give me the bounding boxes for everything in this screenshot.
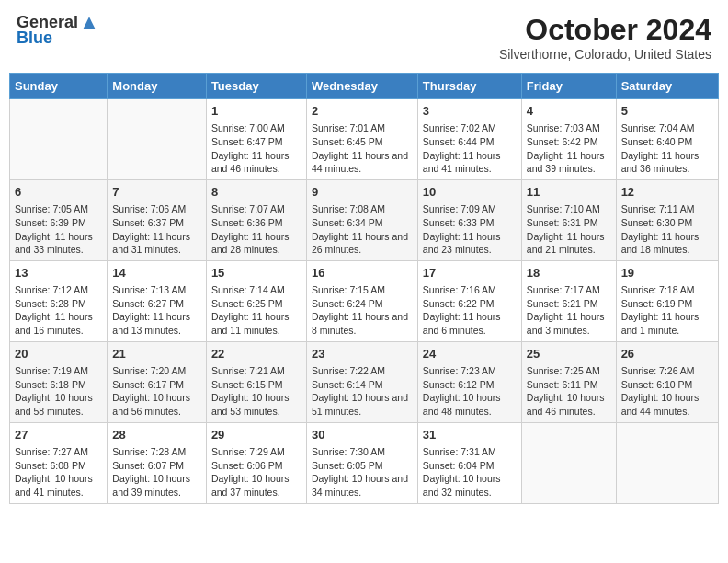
day-info: Sunrise: 7:21 AM	[211, 364, 301, 378]
day-number: 30	[312, 427, 413, 443]
calendar-cell: 11Sunrise: 7:10 AMSunset: 6:31 PMDayligh…	[521, 179, 616, 260]
calendar-cell	[521, 422, 616, 503]
day-info: Daylight: 11 hours and 21 minutes.	[527, 230, 611, 257]
day-info: Daylight: 11 hours and 39 minutes.	[527, 149, 611, 176]
day-info: Daylight: 11 hours and 36 minutes.	[621, 149, 713, 176]
day-info: Sunrise: 7:13 AM	[112, 283, 201, 297]
day-info: Daylight: 11 hours and 23 minutes.	[423, 230, 517, 257]
day-info: Sunrise: 7:11 AM	[621, 202, 713, 216]
day-info: Sunrise: 7:12 AM	[15, 283, 102, 297]
day-info: Daylight: 10 hours and 46 minutes.	[527, 391, 611, 418]
calendar-cell: 28Sunrise: 7:28 AMSunset: 6:07 PMDayligh…	[108, 422, 207, 503]
calendar-cell: 23Sunrise: 7:22 AMSunset: 6:14 PMDayligh…	[306, 341, 417, 422]
day-info: Sunrise: 7:22 AM	[312, 364, 413, 378]
day-info: Sunrise: 7:03 AM	[527, 121, 611, 135]
calendar-cell: 27Sunrise: 7:27 AMSunset: 6:08 PMDayligh…	[10, 422, 108, 503]
day-info: Sunrise: 7:25 AM	[527, 364, 611, 378]
day-number: 13	[15, 265, 102, 282]
day-info: Sunrise: 7:16 AM	[423, 283, 517, 297]
day-info: Daylight: 10 hours and 53 minutes.	[211, 391, 301, 418]
day-number: 28	[112, 427, 201, 443]
day-info: Sunset: 6:24 PM	[312, 297, 413, 311]
calendar-cell: 26Sunrise: 7:26 AMSunset: 6:10 PMDayligh…	[616, 341, 718, 422]
day-info: Sunrise: 7:05 AM	[15, 202, 102, 216]
day-info: Daylight: 11 hours and 1 minute.	[621, 310, 713, 337]
dow-header: Friday	[521, 74, 616, 99]
day-info: Sunset: 6:04 PM	[423, 459, 517, 473]
day-info: Daylight: 11 hours and 16 minutes.	[15, 310, 102, 337]
calendar-table: SundayMondayTuesdayWednesdayThursdayFrid…	[9, 73, 719, 504]
calendar-cell: 4Sunrise: 7:03 AMSunset: 6:42 PMDaylight…	[521, 99, 616, 180]
day-info: Sunset: 6:28 PM	[15, 297, 102, 311]
day-info: Sunset: 6:40 PM	[621, 135, 713, 149]
calendar-cell: 14Sunrise: 7:13 AMSunset: 6:27 PMDayligh…	[108, 260, 207, 341]
day-info: Sunrise: 7:27 AM	[15, 445, 102, 459]
day-number: 23	[312, 346, 413, 362]
day-info: Sunrise: 7:30 AM	[312, 445, 413, 459]
day-number: 1	[211, 103, 301, 120]
calendar-cell: 20Sunrise: 7:19 AMSunset: 6:18 PMDayligh…	[10, 341, 108, 422]
day-info: Daylight: 10 hours and 44 minutes.	[621, 391, 713, 418]
day-info: Sunrise: 7:09 AM	[423, 202, 517, 216]
day-info: Daylight: 11 hours and 41 minutes.	[423, 149, 517, 176]
day-info: Sunrise: 7:28 AM	[112, 445, 201, 459]
day-info: Daylight: 10 hours and 34 minutes.	[312, 472, 413, 499]
day-number: 22	[211, 346, 301, 362]
day-info: Daylight: 11 hours and 18 minutes.	[621, 230, 713, 257]
day-number: 29	[211, 427, 301, 443]
calendar-cell: 1Sunrise: 7:00 AMSunset: 6:47 PMDaylight…	[206, 99, 306, 180]
day-info: Sunset: 6:42 PM	[527, 135, 611, 149]
calendar-cell	[616, 422, 718, 503]
day-number: 16	[312, 265, 413, 282]
day-info: Sunrise: 7:04 AM	[621, 121, 713, 135]
day-info: Sunrise: 7:01 AM	[312, 121, 413, 135]
dow-header: Tuesday	[206, 74, 306, 99]
calendar-cell: 10Sunrise: 7:09 AMSunset: 6:33 PMDayligh…	[417, 179, 521, 260]
day-number: 5	[621, 103, 713, 120]
day-info: Sunset: 6:08 PM	[15, 459, 102, 473]
calendar-cell: 9Sunrise: 7:08 AMSunset: 6:34 PMDaylight…	[306, 179, 417, 260]
day-info: Sunset: 6:36 PM	[211, 216, 301, 230]
day-number: 17	[423, 265, 517, 282]
calendar-cell: 5Sunrise: 7:04 AMSunset: 6:40 PMDaylight…	[616, 99, 718, 180]
day-info: Sunset: 6:14 PM	[312, 378, 413, 392]
day-number: 27	[15, 427, 102, 443]
day-info: Sunset: 6:25 PM	[211, 297, 301, 311]
calendar-cell: 7Sunrise: 7:06 AMSunset: 6:37 PMDaylight…	[108, 179, 207, 260]
day-number: 3	[423, 103, 517, 120]
day-info: Sunset: 6:10 PM	[621, 378, 713, 392]
day-number: 8	[211, 184, 301, 201]
day-info: Sunset: 6:22 PM	[423, 297, 517, 311]
day-info: Sunset: 6:12 PM	[423, 378, 517, 392]
location: Silverthorne, Colorado, United States	[499, 47, 711, 62]
day-info: Sunrise: 7:08 AM	[312, 202, 413, 216]
day-info: Sunrise: 7:02 AM	[423, 121, 517, 135]
day-info: Daylight: 11 hours and 44 minutes.	[312, 149, 413, 176]
day-info: Daylight: 10 hours and 51 minutes.	[312, 391, 413, 418]
logo-icon	[80, 14, 98, 32]
day-info: Sunrise: 7:07 AM	[211, 202, 301, 216]
day-info: Sunset: 6:34 PM	[312, 216, 413, 230]
day-info: Daylight: 11 hours and 28 minutes.	[211, 230, 301, 257]
day-number: 15	[211, 265, 301, 282]
calendar-cell: 22Sunrise: 7:21 AMSunset: 6:15 PMDayligh…	[206, 341, 306, 422]
calendar-cell: 31Sunrise: 7:31 AMSunset: 6:04 PMDayligh…	[417, 422, 521, 503]
day-info: Sunset: 6:06 PM	[211, 459, 301, 473]
day-info: Sunrise: 7:10 AM	[527, 202, 611, 216]
day-number: 4	[527, 103, 611, 120]
calendar-cell: 25Sunrise: 7:25 AMSunset: 6:11 PMDayligh…	[521, 341, 616, 422]
day-info: Daylight: 11 hours and 3 minutes.	[527, 310, 611, 337]
day-number: 18	[527, 265, 611, 282]
day-info: Sunrise: 7:14 AM	[211, 283, 301, 297]
day-info: Daylight: 11 hours and 46 minutes.	[211, 149, 301, 176]
calendar-cell: 3Sunrise: 7:02 AMSunset: 6:44 PMDaylight…	[417, 99, 521, 180]
day-info: Sunset: 6:45 PM	[312, 135, 413, 149]
calendar-cell: 21Sunrise: 7:20 AMSunset: 6:17 PMDayligh…	[108, 341, 207, 422]
day-info: Sunset: 6:37 PM	[112, 216, 201, 230]
page-header: General Blue October 2024 Silverthorne, …	[9, 9, 719, 65]
day-info: Sunrise: 7:31 AM	[423, 445, 517, 459]
calendar-cell: 29Sunrise: 7:29 AMSunset: 6:06 PMDayligh…	[206, 422, 306, 503]
calendar-cell: 30Sunrise: 7:30 AMSunset: 6:05 PMDayligh…	[306, 422, 417, 503]
day-info: Sunset: 6:47 PM	[211, 135, 301, 149]
day-info: Daylight: 11 hours and 11 minutes.	[211, 310, 301, 337]
